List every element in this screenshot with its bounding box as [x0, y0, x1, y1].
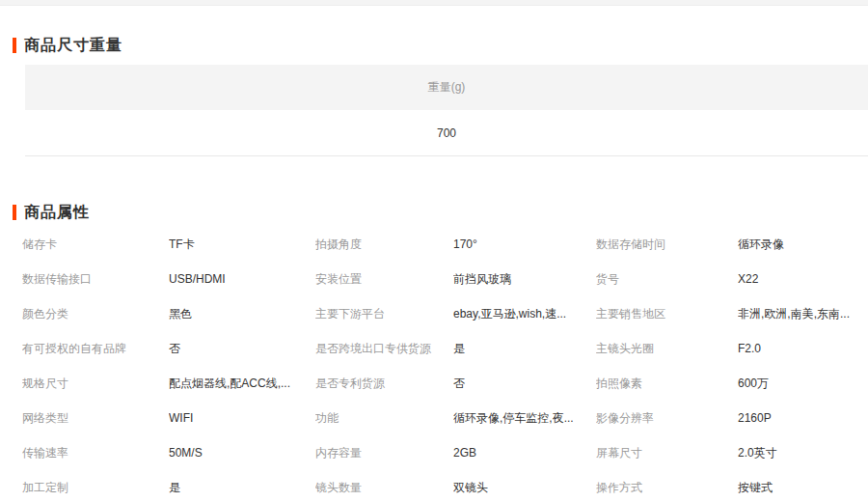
- attribute-value: 循环录像: [738, 237, 868, 253]
- attribute-label: 货号: [596, 271, 738, 288]
- weight-table-header: 重量(g): [25, 65, 868, 110]
- attributes-grid: 储存卡TF卡拍摄角度170°数据存储时间循环录像数据传输接口USB/HDMI安装…: [0, 227, 868, 502]
- attribute-value: 否: [453, 376, 596, 392]
- attribute-value: 2GB: [453, 446, 596, 460]
- attribute-label: 安装位置: [315, 271, 453, 288]
- attribute-value: 按键式: [738, 480, 868, 496]
- attribute-label: 镜头数量: [315, 480, 453, 496]
- attribute-label: 主镜头光圈: [596, 341, 738, 357]
- attribute-value: 前挡风玻璃: [453, 271, 596, 288]
- attribute-value: F2.0: [738, 342, 868, 355]
- attribute-label: 有可授权的自有品牌: [22, 341, 169, 357]
- attribute-label: 影像分辨率: [596, 410, 738, 427]
- attribute-value: 黑色: [169, 306, 315, 322]
- attribute-label: 规格尺寸: [22, 376, 169, 392]
- attribute-label: 数据传输接口: [22, 271, 169, 288]
- size-weight-section-heading: 商品尺寸重量: [13, 35, 868, 56]
- attribute-label: 网络类型: [22, 410, 169, 427]
- attribute-value: 否: [169, 341, 315, 357]
- weight-table-value: 700: [25, 110, 868, 156]
- attribute-value: 2.0英寸: [738, 445, 868, 461]
- attribute-label: 操作方式: [596, 480, 738, 496]
- attribute-label: 拍摄角度: [315, 237, 453, 253]
- attribute-label: 拍照像素: [596, 376, 738, 392]
- attribute-label: 主要销售地区: [596, 306, 738, 322]
- attribute-label: 颜色分类: [22, 306, 169, 322]
- attribute-label: 加工定制: [22, 480, 169, 496]
- attribute-value: 是: [453, 341, 596, 357]
- weight-table: 重量(g) 700: [25, 65, 868, 156]
- attribute-label: 主要下游平台: [315, 306, 453, 322]
- attribute-value: 循环录像,停车监控,夜...: [453, 410, 596, 427]
- attribute-label: 传输速率: [22, 445, 169, 461]
- heading-accent-bar: [13, 38, 16, 53]
- attribute-value: 600万: [738, 376, 868, 392]
- attribute-label: 功能: [315, 410, 453, 427]
- attribute-value: TF卡: [169, 237, 315, 253]
- attribute-label: 数据存储时间: [596, 237, 738, 253]
- attributes-section-heading: 商品属性: [13, 202, 868, 223]
- top-divider-strip: [0, 0, 868, 6]
- attribute-value: 170°: [453, 237, 596, 251]
- attribute-value: ebay,亚马逊,wish,速...: [453, 306, 596, 322]
- attribute-value: 是: [169, 480, 315, 496]
- attribute-value: USB/HDMI: [169, 272, 315, 286]
- attribute-value: 双镜头: [453, 480, 596, 496]
- attribute-label: 内存容量: [315, 445, 453, 461]
- attribute-label: 是否跨境出口专供货源: [315, 341, 453, 357]
- attribute-value: 非洲,欧洲,南美,东南...: [738, 306, 868, 322]
- attributes-section-title: 商品属性: [24, 203, 90, 223]
- attribute-value: 50M/S: [169, 446, 315, 460]
- attribute-value: 2160P: [738, 411, 868, 425]
- attribute-value: 配点烟器线,配ACC线,...: [169, 376, 315, 392]
- attribute-label: 屏幕尺寸: [596, 445, 738, 461]
- attribute-value: X22: [738, 272, 868, 286]
- attribute-label: 储存卡: [22, 237, 169, 253]
- attribute-value: WIFI: [169, 411, 315, 425]
- attribute-label: 是否专利货源: [315, 376, 453, 392]
- size-weight-section-title: 商品尺寸重量: [24, 36, 122, 56]
- heading-accent-bar: [13, 205, 16, 220]
